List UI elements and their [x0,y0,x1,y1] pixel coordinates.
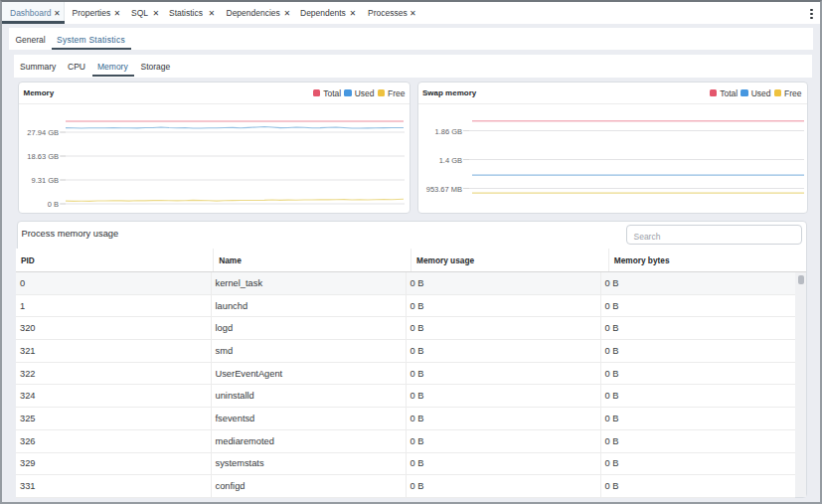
svg-text:27.94 GB: 27.94 GB [27,128,59,137]
svg-text:9.31 GB: 9.31 GB [31,176,59,185]
svg-text:1.4 GB: 1.4 GB [439,156,462,165]
svg-text:953.67 MB: 953.67 MB [426,185,462,194]
svg-text:18.63 GB: 18.63 GB [27,152,59,161]
svg-text:1.86 GB: 1.86 GB [434,127,462,136]
svg-text:0 B: 0 B [48,200,59,209]
